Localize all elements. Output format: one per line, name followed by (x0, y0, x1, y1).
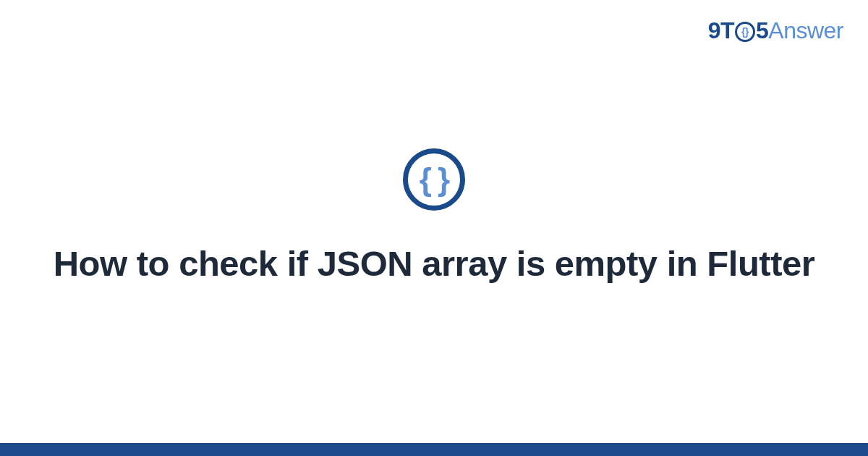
logo-circle-icon: {} (735, 22, 755, 42)
topic-icon: { } (403, 148, 465, 211)
main-content: { } How to check if JSON array is empty … (0, 148, 868, 286)
logo-mid: 5 (756, 17, 768, 44)
logo-prefix: 9T (708, 17, 734, 44)
site-logo: 9T {} 5 Answer (708, 17, 843, 44)
footer-bar (0, 443, 868, 456)
json-braces-icon: { } (420, 164, 448, 195)
logo-circle-inner: {} (741, 27, 749, 37)
page-title: How to check if JSON array is empty in F… (0, 242, 868, 286)
logo-suffix: Answer (768, 17, 843, 44)
